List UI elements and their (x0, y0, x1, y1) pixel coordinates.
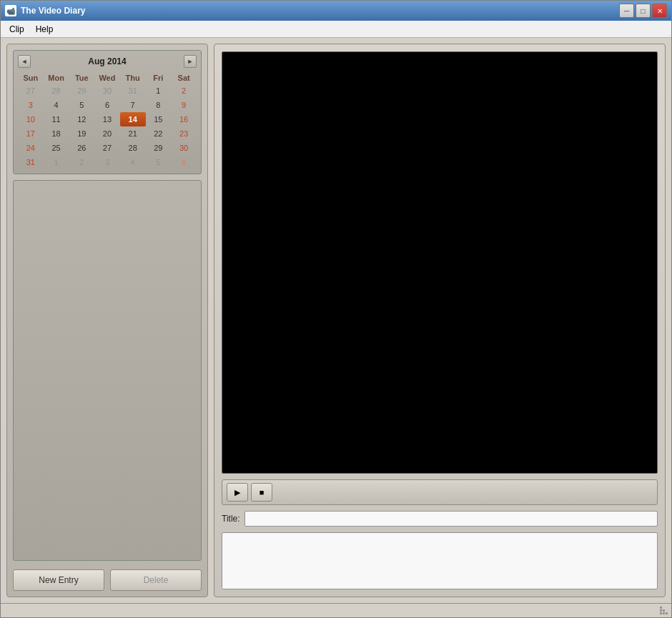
calendar-day[interactable]: 8 (146, 98, 172, 112)
new-entry-button[interactable]: New Entry (13, 569, 104, 591)
calendar: ◄ Aug 2014 ► Sun Mon Tue Wed Thu (13, 50, 202, 174)
calendar-day[interactable]: 3 (94, 155, 120, 169)
calendar-day[interactable]: 5 (69, 98, 94, 112)
menu-help[interactable]: Help (30, 23, 59, 36)
day-header-thu: Thu (120, 72, 146, 84)
calendar-day[interactable]: 18 (44, 126, 69, 141)
left-panel: ◄ Aug 2014 ► Sun Mon Tue Wed Thu (6, 44, 208, 597)
day-header-mon: Mon (44, 72, 69, 84)
calendar-day[interactable]: 26 (69, 141, 94, 155)
calendar-day[interactable]: 4 (120, 155, 146, 169)
video-display (222, 51, 658, 474)
status-bar (1, 603, 671, 617)
calendar-day[interactable]: 27 (18, 84, 44, 98)
calendar-day[interactable]: 12 (69, 112, 94, 126)
calendar-day[interactable]: 5 (146, 155, 172, 169)
close-button[interactable]: ✕ (652, 4, 667, 18)
window-controls: ─ □ ✕ (619, 4, 667, 18)
calendar-day[interactable]: 11 (44, 112, 69, 126)
calendar-day[interactable]: 30 (94, 84, 120, 98)
calendar-day[interactable]: 10 (18, 112, 44, 126)
day-header-sun: Sun (18, 72, 44, 84)
notes-textarea[interactable] (222, 532, 658, 589)
window-title: The Video Diary (21, 6, 619, 16)
calendar-day[interactable]: 6 (94, 98, 120, 112)
day-header-fri: Fri (146, 72, 172, 84)
calendar-day[interactable]: 17 (18, 126, 44, 141)
main-window: 📹 The Video Diary ─ □ ✕ Clip Help ◄ Aug … (0, 0, 672, 618)
calendar-day[interactable]: 6 (171, 155, 197, 169)
calendar-day[interactable]: 2 (171, 84, 197, 98)
calendar-day[interactable]: 4 (44, 98, 69, 112)
calendar-day[interactable]: 14 (120, 112, 146, 126)
entry-list[interactable] (13, 180, 202, 561)
calendar-day[interactable]: 28 (44, 84, 69, 98)
calendar-day[interactable]: 15 (146, 112, 172, 126)
calendar-day[interactable]: 16 (171, 112, 197, 126)
calendar-next-button[interactable]: ► (184, 55, 197, 68)
calendar-day[interactable]: 13 (94, 112, 120, 126)
calendar-header: ◄ Aug 2014 ► (18, 55, 197, 68)
play-button[interactable]: ▶ (227, 483, 248, 502)
title-bar: 📹 The Video Diary ─ □ ✕ (1, 1, 671, 21)
calendar-day[interactable]: 24 (18, 141, 44, 155)
calendar-month-year: Aug 2014 (88, 56, 126, 66)
calendar-day[interactable]: 29 (146, 141, 172, 155)
calendar-day[interactable]: 27 (94, 141, 120, 155)
calendar-day[interactable]: 29 (69, 84, 94, 98)
calendar-day[interactable]: 1 (44, 155, 69, 169)
calendar-day[interactable]: 2 (69, 155, 94, 169)
calendar-day[interactable]: 19 (69, 126, 94, 141)
left-buttons: New Entry Delete (13, 567, 202, 591)
calendar-day[interactable]: 1 (146, 84, 172, 98)
app-icon: 📹 (5, 5, 16, 16)
title-input[interactable] (244, 511, 658, 527)
calendar-day[interactable]: 23 (171, 126, 197, 141)
calendar-day[interactable]: 30 (171, 141, 197, 155)
stop-button[interactable]: ■ (251, 483, 272, 502)
day-header-wed: Wed (94, 72, 120, 84)
calendar-day[interactable]: 9 (171, 98, 197, 112)
day-header-sat: Sat (171, 72, 197, 84)
menu-clip[interactable]: Clip (4, 23, 30, 36)
calendar-day[interactable]: 21 (120, 126, 146, 141)
calendar-day[interactable]: 3 (18, 98, 44, 112)
minimize-button[interactable]: ─ (619, 4, 634, 18)
title-label: Title: (222, 514, 240, 524)
calendar-day[interactable]: 25 (44, 141, 69, 155)
transport-controls: ▶ ■ (222, 479, 658, 505)
calendar-day[interactable]: 31 (120, 84, 146, 98)
main-content: ◄ Aug 2014 ► Sun Mon Tue Wed Thu (1, 38, 671, 603)
restore-button[interactable]: □ (636, 4, 651, 18)
title-row: Title: (222, 511, 658, 527)
resize-grip (660, 607, 668, 615)
right-panel: ▶ ■ Title: (214, 44, 666, 597)
calendar-day[interactable]: 20 (94, 126, 120, 141)
delete-button[interactable]: Delete (110, 569, 202, 591)
calendar-day[interactable]: 7 (120, 98, 146, 112)
calendar-day[interactable]: 22 (146, 126, 172, 141)
calendar-day[interactable]: 28 (120, 141, 146, 155)
day-header-tue: Tue (69, 72, 94, 84)
calendar-day[interactable]: 31 (18, 155, 44, 169)
calendar-prev-button[interactable]: ◄ (18, 55, 31, 68)
calendar-grid: Sun Mon Tue Wed Thu Fri Sat 272829303112… (18, 72, 197, 169)
menu-bar: Clip Help (1, 21, 671, 38)
